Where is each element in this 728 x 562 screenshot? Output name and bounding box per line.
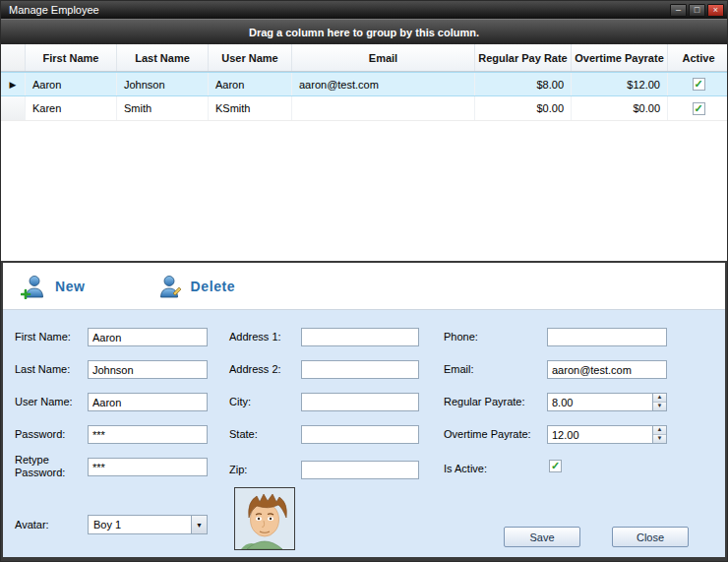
maximize-button[interactable]: □ xyxy=(689,4,705,17)
new-employee-icon xyxy=(21,274,46,299)
cell-user-name: KSmith xyxy=(209,96,292,120)
column-header-email[interactable]: Email xyxy=(292,44,475,71)
selected-row-arrow-icon: ▶ xyxy=(10,80,17,90)
table-row[interactable]: ▶ Aaron Johnson Aaron aaron@test.com $8.… xyxy=(1,72,727,96)
regular-payrate-stepper: ▲ ▼ xyxy=(547,393,667,411)
address2-label: Address 2: xyxy=(229,363,281,376)
delete-button-label: Delete xyxy=(191,279,236,294)
is-active-checkbox[interactable]: ✓ xyxy=(549,460,562,472)
cell-regular-pay-rate: $8.00 xyxy=(475,73,572,95)
last-name-field[interactable] xyxy=(88,360,208,379)
check-icon: ✓ xyxy=(694,103,702,114)
new-button-label: New xyxy=(55,279,86,294)
minimize-button[interactable]: – xyxy=(670,4,687,17)
delete-button[interactable]: Delete xyxy=(156,274,236,299)
phone-field[interactable] xyxy=(547,328,667,346)
column-header-overtime-payrate[interactable]: Overtime Payrate xyxy=(572,44,668,71)
cell-first-name: Aaron xyxy=(26,73,117,95)
regular-payrate-label: Regular Payrate: xyxy=(444,396,525,408)
overtime-payrate-field[interactable] xyxy=(547,425,652,444)
save-button[interactable]: Save xyxy=(504,527,580,547)
state-field[interactable] xyxy=(301,425,419,444)
delete-employee-icon xyxy=(156,274,182,299)
password-field[interactable] xyxy=(88,425,208,444)
check-icon: ✓ xyxy=(694,79,702,90)
last-name-label: Last Name: xyxy=(15,363,70,376)
address1-label: Address 1: xyxy=(229,331,281,343)
row-indicator-cell: ▶ xyxy=(1,73,26,95)
manage-employee-window: Manage Employee – □ × Drag a column here… xyxy=(0,0,728,562)
cell-active: ✓ xyxy=(668,73,727,95)
email-label: Email: xyxy=(444,363,474,376)
user-name-field[interactable] xyxy=(88,393,208,411)
row-indicator-header xyxy=(1,44,26,71)
active-checkbox[interactable]: ✓ xyxy=(693,78,705,91)
spin-down-icon[interactable]: ▼ xyxy=(653,403,666,410)
spin-up-icon[interactable]: ▲ xyxy=(653,394,666,403)
titlebar: Manage Employee – □ × xyxy=(1,1,727,19)
avatar-dropdown[interactable]: Boy 1 ▼ xyxy=(88,515,208,534)
active-checkbox[interactable]: ✓ xyxy=(693,102,705,115)
cell-user-name: Aaron xyxy=(209,73,292,95)
employee-form: First Name: Last Name: User Name: Passwo… xyxy=(3,310,725,557)
column-header-active[interactable]: Active xyxy=(668,44,727,71)
user-name-label: User Name: xyxy=(15,396,73,408)
overtime-payrate-label: Overtime Payrate: xyxy=(444,428,531,441)
cell-overtime-payrate: $0.00 xyxy=(572,96,668,120)
avatar-preview xyxy=(234,487,295,550)
address1-field[interactable] xyxy=(301,328,419,346)
state-label: State: xyxy=(229,428,258,441)
cell-last-name: Johnson xyxy=(117,73,209,95)
cell-last-name: Smith xyxy=(117,96,209,120)
avatar-label: Avatar: xyxy=(15,519,49,531)
spin-up-icon[interactable]: ▲ xyxy=(653,426,666,435)
cell-overtime-payrate: $12.00 xyxy=(572,73,668,95)
row-indicator-cell xyxy=(1,96,26,120)
zip-field[interactable] xyxy=(301,461,419,479)
retype-password-label: Retype Password: xyxy=(15,454,68,479)
cell-regular-pay-rate: $0.00 xyxy=(475,96,572,120)
avatar-boy-image xyxy=(235,488,294,549)
spin-down-icon[interactable]: ▼ xyxy=(653,435,666,443)
chevron-down-icon: ▼ xyxy=(191,516,207,533)
new-button[interactable]: New xyxy=(21,274,86,299)
avatar-dropdown-value: Boy 1 xyxy=(89,519,191,531)
retype-password-field[interactable] xyxy=(88,458,208,476)
table-row[interactable]: Karen Smith KSmith $0.00 $0.00 ✓ xyxy=(1,96,727,121)
first-name-label: First Name: xyxy=(15,331,71,343)
column-header-regular-pay-rate[interactable]: Regular Pay Rate xyxy=(475,44,572,71)
regular-payrate-field[interactable] xyxy=(547,393,652,411)
column-header-last-name[interactable]: Last Name xyxy=(117,44,209,71)
overtime-payrate-stepper: ▲ ▼ xyxy=(547,425,667,444)
password-label: Password: xyxy=(15,428,65,441)
close-button[interactable]: Close xyxy=(612,527,689,547)
city-field[interactable] xyxy=(301,393,419,411)
detail-panel: New Delete First Name: xyxy=(1,261,727,561)
email-field[interactable] xyxy=(547,360,667,379)
zip-label: Zip: xyxy=(229,464,247,476)
close-window-button[interactable]: × xyxy=(707,4,724,17)
window-controls: – □ × xyxy=(670,4,724,17)
employee-grid: First Name Last Name User Name Email Reg… xyxy=(1,44,727,261)
group-by-hint: Drag a column here to group by this colu… xyxy=(249,27,479,38)
cell-email xyxy=(292,96,475,120)
grid-empty-area xyxy=(1,121,727,261)
first-name-field[interactable] xyxy=(88,328,208,346)
cell-email: aaron@test.com xyxy=(292,73,475,95)
is-active-label: Is Active: xyxy=(444,463,487,475)
phone-label: Phone: xyxy=(444,331,478,343)
overtime-payrate-spin: ▲ ▼ xyxy=(652,425,667,444)
cell-active: ✓ xyxy=(668,96,727,120)
city-label: City: xyxy=(229,396,251,408)
window-title: Manage Employee xyxy=(9,4,670,16)
group-by-bar[interactable]: Drag a column here to group by this colu… xyxy=(1,19,727,44)
column-header-user-name[interactable]: User Name xyxy=(209,44,292,71)
check-icon: ✓ xyxy=(551,461,560,471)
address2-field[interactable] xyxy=(301,360,419,379)
column-header-first-name[interactable]: First Name xyxy=(26,44,117,71)
toolbar: New Delete xyxy=(3,263,725,310)
grid-header-row: First Name Last Name User Name Email Reg… xyxy=(1,44,727,72)
regular-payrate-spin: ▲ ▼ xyxy=(652,393,667,411)
cell-first-name: Karen xyxy=(26,96,117,120)
